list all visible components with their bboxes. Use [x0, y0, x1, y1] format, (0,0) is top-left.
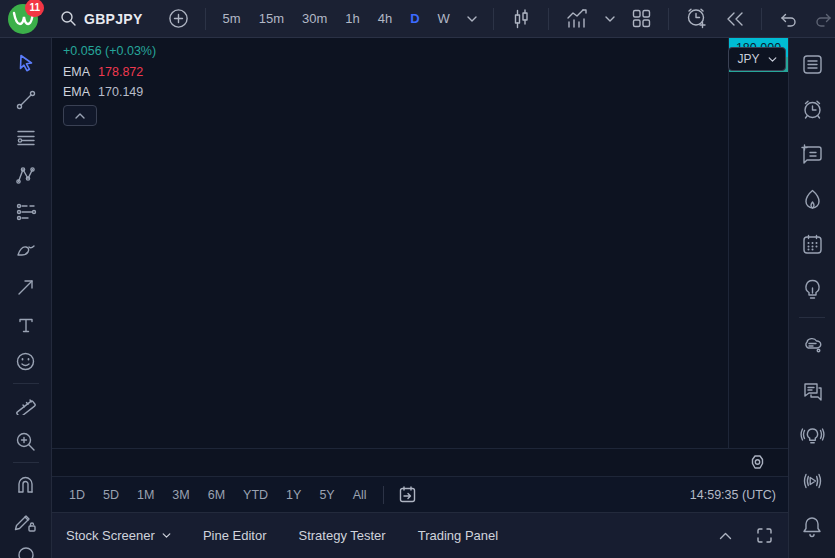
chart-row: +0.056 (+0.03%) EMA178.872 EMA170.149 JP… [52, 38, 788, 448]
range-5d[interactable]: 5D [96, 484, 126, 506]
minds-button[interactable] [794, 333, 830, 359]
journal-add-icon [800, 143, 824, 166]
watchlist-icon [801, 53, 824, 76]
range-ytd[interactable]: YTD [236, 484, 275, 506]
range-1y[interactable]: 1Y [279, 484, 308, 506]
chart-pane: +0.056 (+0.03%) EMA178.872 EMA170.149 JP… [52, 38, 788, 558]
ema2-label: EMA [63, 85, 90, 99]
widget-toolbar [788, 38, 835, 558]
tab-trading-panel[interactable]: Trading Panel [418, 528, 498, 543]
tab-stock-screener[interactable]: Stock Screener [66, 528, 171, 543]
bar-replay-button[interactable] [720, 7, 750, 31]
timeframe-1h[interactable]: 1h [339, 7, 365, 30]
measure-tool[interactable] [8, 392, 44, 417]
range-1d[interactable]: 1D [62, 484, 92, 506]
range-5y[interactable]: 5Y [312, 484, 341, 506]
watchlist-button[interactable] [794, 51, 830, 77]
legend-collapse-button[interactable] [63, 105, 97, 126]
separator [548, 8, 549, 30]
calendar-button[interactable] [794, 231, 830, 257]
currency-label: JPY [737, 52, 759, 66]
hotlists-button[interactable] [794, 186, 830, 212]
range-3m[interactable]: 3M [165, 484, 196, 506]
layout-grid-button[interactable] [626, 4, 657, 33]
brush-tool[interactable] [8, 237, 44, 262]
toolbar-divider [13, 462, 39, 463]
separator [493, 8, 494, 30]
zoom-in-icon [15, 431, 36, 452]
timeframe-5m[interactable]: 5m [217, 7, 247, 30]
app-logo[interactable]: 11 [8, 4, 38, 34]
timeframe-1d[interactable]: D [404, 7, 425, 30]
timeframe-1w[interactable]: W [432, 7, 456, 30]
ema1-row[interactable]: EMA178.872 [63, 65, 156, 79]
chat-bubbles-icon [801, 380, 824, 402]
broadcast-play-icon [800, 470, 825, 492]
timeframe-30m[interactable]: 30m [296, 7, 333, 30]
tab-strategy-tester[interactable]: Strategy Tester [298, 528, 385, 543]
calendar-icon [801, 233, 824, 256]
compare-add-button[interactable] [163, 4, 194, 33]
currency-dropdown[interactable]: JPY [728, 47, 786, 71]
chart-style-button[interactable] [505, 4, 537, 34]
indicators-dropdown-button[interactable] [600, 12, 620, 26]
chevron-up-icon [719, 532, 732, 540]
bottom-panel-bar: Stock Screener Pine Editor Strategy Test… [52, 512, 788, 558]
symbol-search[interactable]: GBPJPY [60, 10, 143, 27]
chat-button[interactable] [794, 378, 830, 404]
lock-drawings-tool[interactable] [8, 509, 44, 534]
notifications-button[interactable] [794, 513, 830, 539]
emoji-tool[interactable] [8, 349, 44, 374]
indicators-icon [565, 8, 589, 30]
cursor-tool[interactable] [8, 50, 44, 75]
range-1m[interactable]: 1M [130, 484, 161, 506]
undo-button[interactable] [773, 7, 803, 31]
pattern-tool[interactable] [8, 162, 44, 187]
drawing-toolbar [0, 38, 52, 558]
cursor-icon [16, 53, 36, 73]
redo-button[interactable] [809, 7, 835, 31]
ideas-button[interactable] [794, 276, 830, 302]
hidden-tool-partial[interactable] [8, 546, 44, 558]
range-all[interactable]: All [346, 484, 374, 506]
toolbar-divider [799, 317, 825, 318]
chevron-down-icon [768, 57, 777, 62]
flame-icon [802, 188, 823, 211]
zoom-in-tool[interactable] [8, 429, 44, 454]
indicators-button[interactable] [560, 4, 594, 34]
alerts-button[interactable] [794, 96, 830, 122]
journal-button[interactable] [794, 141, 830, 167]
brush-icon [15, 241, 37, 259]
fib-retracement-tool[interactable] [8, 125, 44, 150]
chart-canvas[interactable]: +0.056 (+0.03%) EMA178.872 EMA170.149 [52, 38, 728, 448]
create-alert-button[interactable] [680, 3, 714, 34]
alert-plus-icon [685, 7, 709, 30]
chevron-down-icon [467, 16, 477, 22]
fib-lines-icon [15, 128, 37, 148]
timeframe-dropdown-button[interactable] [462, 12, 482, 26]
timeframe-15m[interactable]: 15m [253, 7, 290, 30]
tab-pine-editor[interactable]: Pine Editor [203, 528, 267, 543]
go-to-date-button[interactable] [393, 481, 422, 508]
forecast-tool[interactable] [8, 200, 44, 225]
timeframe-4h[interactable]: 4h [372, 7, 398, 30]
magnet-tool[interactable] [8, 471, 44, 496]
session-clock[interactable]: 14:59:35 (UTC) [690, 488, 776, 502]
trend-line-tool[interactable] [8, 87, 44, 112]
expand-panel-button[interactable] [714, 528, 737, 544]
arrow-marker-tool[interactable] [8, 274, 44, 299]
date-range-toolbar: 1D 5D 1M 3M 6M YTD 1Y 5Y All 14:59:35 (U… [52, 476, 788, 512]
streams-button[interactable] [794, 468, 830, 494]
axis-settings-button[interactable] [749, 454, 766, 475]
time-axis[interactable] [52, 448, 788, 476]
range-6m[interactable]: 6M [201, 484, 232, 506]
fullscreen-icon [756, 527, 773, 544]
fullscreen-button[interactable] [751, 523, 778, 548]
price-axis[interactable] [728, 38, 788, 448]
text-tool[interactable] [8, 312, 44, 337]
candlestick-icon [510, 8, 532, 30]
live-ideas-button[interactable] [794, 423, 830, 449]
forecast-icon [15, 202, 37, 222]
ema2-row[interactable]: EMA170.149 [63, 85, 156, 99]
chevron-down-icon [605, 16, 615, 22]
